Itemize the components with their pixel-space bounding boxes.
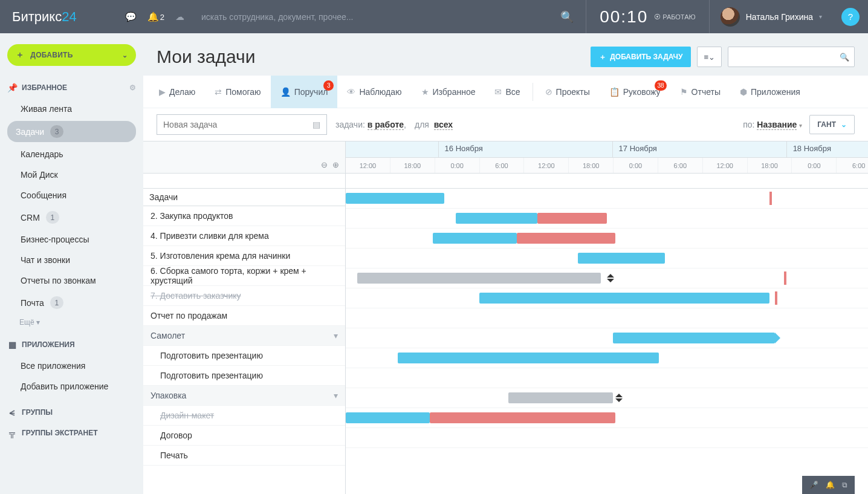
gantt-task-row[interactable]: Дизайн-макет <box>143 406 345 426</box>
tab[interactable]: 👤Поручил3 <box>271 76 338 108</box>
tab-icon: ▶ <box>159 87 166 97</box>
screen-icon[interactable]: ⧉ <box>842 481 847 489</box>
sidebar-section-groups[interactable]: ⪪ ГРУППЫ <box>7 408 136 417</box>
chevron-down-icon: ⌄ <box>841 120 847 129</box>
badge: 3 <box>323 80 334 91</box>
main: Мои задачи ＋ДОБАВИТЬ ЗАДАЧУ ≡ ⌄ 🔍 ▶Делаю… <box>143 33 868 494</box>
gantt-task-row[interactable]: 7. Доставить заказчику <box>143 286 345 306</box>
add-button[interactable]: ＋ ДОБАВИТЬ ⌄ <box>7 44 136 66</box>
gantt-bar-row <box>346 428 868 448</box>
sidebar-item[interactable]: Добавить приложение <box>7 376 136 397</box>
user-menu[interactable]: Наталья Грихина ▾ <box>710 7 833 27</box>
sidebar-section-extranet[interactable]: ╦ ГРУППЫ ЭКСТРАНЕТ <box>7 428 136 438</box>
tab[interactable]: 👁Наблюдаю <box>337 76 411 108</box>
list-icon: ≡ <box>704 53 708 62</box>
sidebar-item[interactable]: Задачи3 <box>7 121 136 142</box>
gantt-bar[interactable] <box>456 213 537 224</box>
sidebar-item[interactable]: Бизнес-процессы <box>7 229 136 250</box>
gantt-bar[interactable] <box>537 213 607 224</box>
gantt-task-row[interactable]: Подготовить презентацию <box>143 366 345 386</box>
task-search: 🔍 <box>728 47 855 67</box>
gantt-bar[interactable] <box>357 273 601 284</box>
tab[interactable]: ▶Делаю <box>149 76 205 108</box>
new-task-input-wrap: ▤ <box>157 114 327 135</box>
tab-icon: ⇄ <box>215 87 222 97</box>
gantt-task-row[interactable]: Печать <box>143 446 345 466</box>
view-gantt-button[interactable]: ГАНТ⌄ <box>809 115 855 134</box>
sidebar-item[interactable]: Чат и звонки <box>7 250 136 270</box>
tab[interactable]: ⬢Приложения <box>730 76 810 108</box>
gantt-bar[interactable] <box>346 193 444 204</box>
cloud-icon[interactable]: ☁ <box>175 11 184 22</box>
tab[interactable]: ⚑Отчеты <box>670 76 730 108</box>
zoom-in-icon[interactable]: ⊕ <box>332 160 339 169</box>
gantt-bar[interactable] <box>398 353 659 363</box>
badge: 1 <box>46 211 59 224</box>
mic-icon[interactable]: 🎤 <box>809 481 818 489</box>
search-icon[interactable]: 🔍 <box>840 53 849 62</box>
new-task-input[interactable] <box>163 120 313 129</box>
gantt-task-row[interactable]: Отчет по продажам <box>143 306 345 326</box>
filter-status[interactable]: в работе <box>368 120 404 130</box>
filter-for[interactable]: всех <box>434 120 453 130</box>
gantt-bar[interactable] <box>346 412 430 423</box>
chevron-down-icon: ▾ <box>799 122 802 129</box>
gantt-bar[interactable] <box>613 333 776 343</box>
sidebar-item[interactable]: Отчеты по звонкам <box>7 270 136 291</box>
view-options-button[interactable]: ≡ ⌄ <box>697 47 722 67</box>
tab[interactable]: ⇄Помогаю <box>205 76 270 108</box>
gantt-task-row[interactable]: 5. Изготовления крема для начинки <box>143 246 345 266</box>
gantt-bar[interactable] <box>433 233 517 244</box>
bottom-toolbar[interactable]: 🎤 🔔 ⧉ <box>802 476 855 494</box>
search-icon[interactable]: 🔍 <box>560 10 574 24</box>
chevron-down-icon[interactable]: ▾ <box>334 331 338 340</box>
gantt-bar-row <box>346 408 868 428</box>
sidebar-item[interactable]: CRM1 <box>7 206 136 229</box>
sidebar-item[interactable]: Почта1 <box>7 291 136 314</box>
task-search-input[interactable] <box>733 53 840 62</box>
work-timer[interactable]: 00:10 ⦿ РАБОТАЮ <box>586 0 710 33</box>
sidebar-item[interactable]: Календарь <box>7 144 136 164</box>
gantt-task-row[interactable]: 6. Сборка самого торта, коржи + крем + х… <box>143 266 345 286</box>
gantt-task-row[interactable]: Подготовить презентацию <box>143 346 345 366</box>
tab[interactable]: ★Избранное <box>412 76 485 108</box>
chevron-down-icon[interactable]: ▾ <box>334 391 338 400</box>
gantt-group-row[interactable]: Самолет▾ <box>143 326 345 346</box>
tab[interactable]: 📋Руковожу38 <box>600 76 670 108</box>
deadline-marker <box>769 192 772 205</box>
gear-icon[interactable]: ⚙ <box>129 83 136 92</box>
add-task-button[interactable]: ＋ДОБАВИТЬ ЗАДАЧУ <box>591 47 691 67</box>
gantt-bar[interactable] <box>578 253 665 264</box>
sidebar-item[interactable]: Мой Диск <box>7 164 136 185</box>
chat-icon[interactable]: 💬 <box>125 11 137 22</box>
sort-by[interactable]: Название <box>757 120 797 130</box>
tab[interactable]: ⊘Проекты <box>536 76 600 108</box>
sidebar-section-apps: ▦ ПРИЛОЖЕНИЯ <box>7 340 136 349</box>
tab[interactable]: ✉Все <box>485 76 530 108</box>
help-button[interactable]: ? <box>841 8 860 26</box>
sidebar-item[interactable]: Живая лента <box>7 99 136 119</box>
deadline-marker <box>784 271 786 285</box>
sidebar: ＋ ДОБАВИТЬ ⌄ 📌 ИЗБРАННОЕ ⚙ Живая лентаЗа… <box>0 33 143 494</box>
bell-icon[interactable]: 🔔 <box>826 481 835 489</box>
tab-icon: 👤 <box>280 87 291 97</box>
gantt-bar[interactable] <box>430 412 615 423</box>
sidebar-item[interactable]: Сообщения <box>7 185 136 206</box>
gantt-bar[interactable] <box>517 233 615 244</box>
sidebar-item[interactable]: Все приложения <box>7 356 136 376</box>
gantt-bar[interactable] <box>479 293 769 304</box>
zoom-out-icon[interactable]: ⊖ <box>321 160 328 169</box>
search-input[interactable] <box>201 12 455 22</box>
gantt-task-row[interactable]: 4. Привезти сливки для крема <box>143 226 345 246</box>
milestone-icon <box>607 270 614 278</box>
global-search: 🔍 <box>201 10 586 24</box>
gantt-task-row[interactable]: 2. Закупка продуктов <box>143 206 345 226</box>
sidebar-more[interactable]: Ещё ▾ <box>7 314 136 329</box>
gantt-task-row[interactable]: Договор <box>143 426 345 446</box>
gantt-bar[interactable] <box>508 392 613 403</box>
gantt-chart[interactable]: 16 Ноября17 Ноября18 Ноября 12:0018:000:… <box>346 141 868 494</box>
expand-icon[interactable]: ▤ <box>313 120 320 129</box>
bell-icon[interactable]: 🔔2 <box>147 11 164 22</box>
gantt-bar-row <box>346 368 868 388</box>
gantt-group-row[interactable]: Упаковка▾ <box>143 386 345 406</box>
